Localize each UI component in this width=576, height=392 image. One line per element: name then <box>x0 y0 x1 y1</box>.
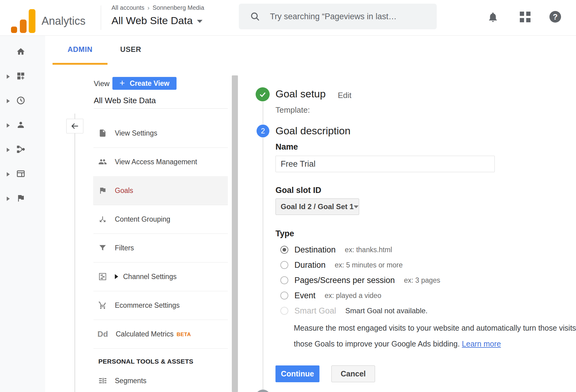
option-label: Duration <box>294 260 326 270</box>
tab-admin[interactable]: ADMIN <box>56 45 104 54</box>
expand-arrow-icon[interactable] <box>7 197 10 201</box>
analytics-logo[interactable]: Analytics <box>11 9 90 33</box>
smart-goal-description: Measure the most engaged visits to your … <box>294 320 576 352</box>
radio-option-pages-per-session[interactable]: Pages/Screens per session ex: 3 pages <box>280 275 440 285</box>
nav-audience[interactable] <box>0 118 45 132</box>
account-picker[interactable]: All Web Site Data <box>111 15 202 27</box>
plus-icon: + <box>119 78 125 88</box>
menu-item-label: Content Grouping <box>115 215 170 223</box>
menu-item-label: Ecommerce Settings <box>115 301 180 310</box>
nav-home[interactable] <box>0 44 45 59</box>
menu-item-filters[interactable]: Filters <box>93 234 228 262</box>
template-label: Template: <box>275 105 310 115</box>
nav-acquisition[interactable] <box>0 142 45 157</box>
clock-icon <box>16 96 25 105</box>
beta-badge: BETA <box>177 332 191 338</box>
radio-option-event[interactable]: Event ex: played a video <box>280 290 381 301</box>
nav-realtime[interactable] <box>0 93 45 108</box>
expand-arrow-icon[interactable] <box>7 172 10 176</box>
menu-item-calculated-metrics[interactable]: Dd Calculated Metrics BETA <box>93 320 228 348</box>
continue-button[interactable]: Continue <box>275 365 319 382</box>
nav-customization[interactable] <box>0 69 45 83</box>
menu-item-goals[interactable]: Goals <box>93 176 228 205</box>
search-bar[interactable] <box>239 4 437 29</box>
menu-item-segments[interactable]: Segments <box>93 369 228 392</box>
search-icon <box>250 11 260 22</box>
description-line2: those Goals to improve your Google Ads b… <box>294 336 576 352</box>
name-label: Name <box>275 142 298 152</box>
goal-slot-value: Goal Id 2 / Goal Set 1 <box>281 202 354 211</box>
option-example: ex: thanks.html <box>345 246 392 254</box>
breadcrumb-all-accounts[interactable]: All accounts <box>111 4 144 11</box>
top-header: Analytics All accounts›Sonnenberg Media … <box>0 0 576 36</box>
option-example: ex: 3 pages <box>404 276 440 285</box>
breadcrumb-separator-icon: › <box>148 4 150 11</box>
back-button[interactable] <box>66 119 83 133</box>
customization-icon <box>16 71 25 81</box>
option-label: Event <box>294 291 315 300</box>
radio-icon[interactable] <box>280 276 288 284</box>
header-divider <box>101 5 101 30</box>
radio-selected-icon[interactable] <box>280 246 288 254</box>
option-example: ex: played a video <box>325 292 381 300</box>
goal-slot-dropdown[interactable]: Goal Id 2 / Goal Set 1 <box>275 198 359 215</box>
panel-view-name: All Web Site Data <box>94 96 156 105</box>
tab-user[interactable]: USER <box>118 45 143 54</box>
diagnostics-grid-icon[interactable] <box>520 12 530 22</box>
notifications-bell-icon[interactable] <box>487 11 499 23</box>
learn-more-link[interactable]: Learn more <box>462 339 501 348</box>
step2-number-badge: 2 <box>257 125 269 137</box>
radio-option-duration[interactable]: Duration ex: 5 minutes or more <box>280 260 403 270</box>
chevron-down-icon <box>197 20 202 23</box>
menu-item-label: Channel Settings <box>123 273 177 281</box>
step1-title: Goal setup <box>275 88 326 100</box>
step-connector-line <box>263 138 263 390</box>
radio-option-destination[interactable]: Destination ex: thanks.html <box>280 245 392 255</box>
expand-arrow-icon[interactable] <box>115 274 118 279</box>
menu-item-label: Goals <box>115 187 133 195</box>
option-note: Smart Goal not available. <box>345 307 428 315</box>
goal-name-input[interactable] <box>275 156 495 172</box>
menu-item-content-grouping[interactable]: Content Grouping <box>93 205 228 234</box>
radio-disabled-icon <box>280 307 288 315</box>
left-nav-rail <box>0 36 45 392</box>
expand-arrow-icon[interactable] <box>7 148 10 152</box>
analytics-logo-icon <box>11 9 35 34</box>
menu-item-view-access-management[interactable]: View Access Management <box>93 147 228 176</box>
cancel-button[interactable]: Cancel <box>331 365 375 382</box>
create-view-label: Create View <box>130 79 170 88</box>
expand-arrow-icon[interactable] <box>7 99 10 103</box>
section-header-personal-tools: PERSONAL TOOLS & ASSETS <box>98 358 193 365</box>
nav-conversions[interactable] <box>0 191 45 205</box>
radio-icon[interactable] <box>280 292 288 299</box>
menu-item-view-settings[interactable]: View Settings <box>93 119 228 147</box>
cart-icon <box>98 301 107 310</box>
radio-icon[interactable] <box>280 261 288 269</box>
nav-behavior[interactable] <box>0 166 45 181</box>
home-icon <box>16 47 25 56</box>
flag-icon <box>98 186 107 195</box>
create-view-button[interactable]: + Create View <box>112 77 177 90</box>
step3-circle <box>255 390 271 392</box>
flag-icon <box>16 194 25 203</box>
menu-item-ecommerce-settings[interactable]: Ecommerce Settings <box>93 291 228 320</box>
panel-scrollbar[interactable] <box>232 75 238 392</box>
option-label: Destination <box>294 245 336 255</box>
expand-arrow-icon[interactable] <box>7 74 10 79</box>
chevron-down-icon <box>354 205 359 208</box>
menu-item-channel-settings[interactable]: Channel Settings <box>93 262 228 291</box>
edit-link[interactable]: Edit <box>338 91 352 100</box>
step-connector-line <box>263 102 263 124</box>
menu-item-label: Calculated Metrics <box>116 330 173 338</box>
menu-item-label: Segments <box>115 377 147 385</box>
breadcrumb-account[interactable]: Sonnenberg Media <box>153 4 204 11</box>
analytics-admin-page: Analytics All accounts›Sonnenberg Media … <box>0 0 576 392</box>
browser-window-icon <box>16 169 25 178</box>
dd-icon: Dd <box>97 329 111 339</box>
search-input[interactable] <box>269 12 429 22</box>
divider <box>93 348 228 349</box>
description-line1: Measure the most engaged visits to your … <box>294 320 576 336</box>
help-icon[interactable]: ? <box>549 11 561 23</box>
expand-arrow-icon[interactable] <box>7 123 10 128</box>
file-icon <box>98 129 107 137</box>
